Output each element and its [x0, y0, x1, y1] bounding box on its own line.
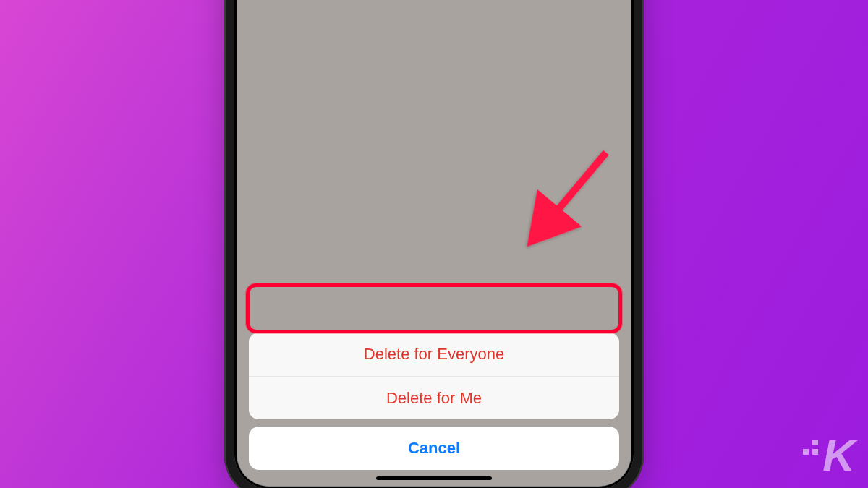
action-sheet-group: Delete for Everyone Delete for Me: [249, 333, 619, 419]
phone-device-frame: Testing 12:09 PM ✓✓ Delete for Everyone …: [224, 0, 644, 488]
site-watermark: K: [803, 429, 854, 481]
delete-action-sheet: Delete for Everyone Delete for Me Cancel: [249, 333, 619, 470]
delete-for-everyone-button[interactable]: Delete for Everyone: [249, 333, 619, 376]
home-indicator[interactable]: [376, 476, 492, 480]
phone-bezel: Testing 12:09 PM ✓✓ Delete for Everyone …: [234, 0, 634, 488]
watermark-dots-icon: [803, 440, 818, 455]
cancel-button[interactable]: Cancel: [249, 427, 619, 470]
phone-screen: Testing 12:09 PM ✓✓ Delete for Everyone …: [237, 0, 631, 486]
delete-for-me-button[interactable]: Delete for Me: [249, 376, 619, 419]
watermark-letter: K: [822, 429, 854, 481]
